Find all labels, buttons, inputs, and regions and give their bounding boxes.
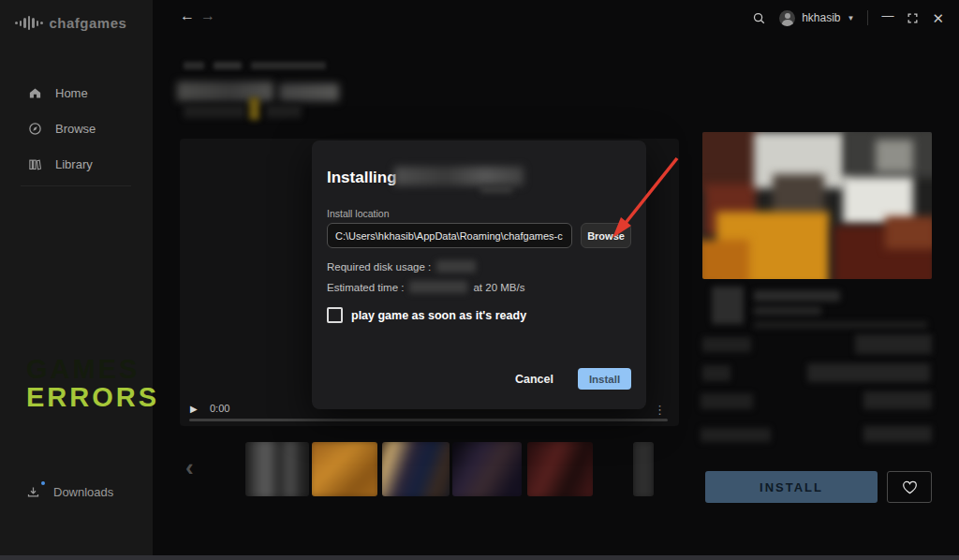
search-icon[interactable] — [752, 11, 766, 25]
compass-icon — [28, 122, 42, 136]
game-cover-image — [702, 132, 932, 279]
estimated-time-row: Estimated time : at 20 MB/s — [327, 281, 524, 293]
redacted-game-name — [394, 167, 524, 185]
redacted-disk-size — [436, 260, 476, 273]
home-icon — [28, 86, 42, 100]
sidebar-item-browse[interactable]: Browse — [0, 114, 153, 142]
video-time-label: 0:00 — [210, 403, 229, 414]
user-avatar — [779, 10, 795, 26]
install-location-label: Install location — [327, 208, 390, 219]
redacted-breadcrumb-block — [214, 62, 242, 69]
checkbox-label: play game as soon as it's ready — [351, 309, 526, 322]
soundwave-logo-icon — [15, 16, 43, 30]
carousel-thumbnail[interactable] — [382, 442, 450, 496]
redacted-text-line — [754, 321, 927, 329]
minimize-button[interactable]: ― — [881, 9, 893, 27]
sidebar-divider — [21, 185, 131, 186]
checkbox-unchecked-icon[interactable] — [327, 307, 343, 323]
carousel-thumbnail-partial[interactable] — [633, 442, 654, 496]
forward-arrow-button[interactable]: → — [200, 7, 215, 24]
library-icon — [28, 157, 42, 171]
app-window: chafgames Home Browse Library GAMES ERRO… — [0, 0, 959, 560]
redacted-field-value — [863, 391, 932, 409]
app-logo: chafgames — [15, 15, 126, 31]
redacted-accent-block — [249, 97, 259, 120]
redacted-breadcrumb-block — [251, 62, 326, 69]
install-dialog: Installing Install location Browse Requi… — [312, 140, 646, 409]
heart-icon — [902, 480, 918, 494]
confirm-install-button[interactable]: Install — [578, 368, 631, 390]
cancel-button[interactable]: Cancel — [515, 373, 553, 386]
install-game-button[interactable]: INSTALL — [705, 471, 878, 503]
redacted-text-line — [754, 290, 840, 302]
redacted-field-value — [855, 334, 932, 354]
browse-button[interactable]: Browse — [581, 223, 631, 248]
required-disk-label: Required disk usage : — [327, 261, 431, 273]
titlebar-right-cluster: hkhasib ▼ ― ✕ — [752, 6, 944, 30]
play-when-ready-option[interactable]: play game as soon as it's ready — [327, 307, 526, 323]
redacted-page-title-block — [279, 83, 339, 101]
sidebar: chafgames Home Browse Library GAMES ERRO… — [0, 0, 153, 555]
video-options-icon[interactable]: ⋮ — [654, 403, 666, 417]
redacted-field-label — [701, 393, 753, 409]
sidebar-item-downloads[interactable]: Downloads — [0, 478, 153, 506]
redacted-field-label — [701, 428, 771, 442]
redacted-breadcrumb-block — [184, 62, 204, 69]
app-logo-text: chafgames — [50, 15, 127, 31]
close-button[interactable]: ✕ — [932, 11, 944, 25]
install-path-input[interactable] — [327, 223, 572, 248]
dialog-title: Installing — [327, 169, 397, 187]
redacted-field-value — [807, 363, 930, 382]
wishlist-button[interactable] — [887, 471, 932, 503]
redacted-field-label — [702, 337, 751, 352]
redacted-game-name-part — [480, 185, 512, 193]
carousel-thumbnail[interactable] — [245, 442, 309, 496]
redacted-subtitle-block — [266, 105, 302, 118]
sidebar-item-library[interactable]: Library — [0, 150, 153, 178]
downloads-notification-dot — [41, 481, 45, 485]
speed-label: at 20 MB/s — [473, 282, 524, 293]
carousel-thumbnail[interactable] — [312, 442, 377, 496]
carousel-thumbnail[interactable] — [452, 442, 522, 496]
redacted-text-line — [754, 306, 821, 316]
sidebar-item-label: Library — [55, 157, 93, 171]
sidebar-item-label: Downloads — [53, 485, 113, 499]
user-menu[interactable]: hkhasib ▼ — [779, 10, 854, 26]
redacted-subtitle-block — [184, 105, 245, 118]
maximize-button[interactable] — [907, 12, 919, 24]
sidebar-item-home[interactable]: Home — [0, 79, 153, 107]
play-icon[interactable]: ▶ — [190, 404, 198, 414]
redacted-publisher-thumb — [712, 287, 744, 324]
chevron-down-icon: ▼ — [848, 14, 855, 22]
sidebar-item-label: Home — [55, 86, 88, 100]
username-label: hkhasib — [802, 11, 840, 24]
redacted-field-label — [702, 365, 730, 381]
redacted-time-value — [409, 281, 467, 293]
download-icon — [26, 485, 40, 499]
watermark-errors: ERRORS — [26, 382, 159, 413]
carousel-thumbnail[interactable] — [527, 442, 593, 496]
sidebar-item-label: Browse — [55, 122, 96, 136]
titlebar-separator — [867, 10, 868, 25]
window-bottom-edge — [0, 555, 959, 560]
back-arrow-button[interactable]: ← — [180, 7, 195, 24]
required-disk-row: Required disk usage : — [327, 260, 476, 273]
carousel-prev-icon[interactable]: ‹ — [185, 453, 194, 482]
dialog-actions: Cancel Install — [515, 368, 631, 390]
redacted-field-value — [863, 426, 932, 442]
watermark-games: GAMES — [26, 354, 140, 385]
estimated-time-label: Estimated time : — [327, 282, 404, 293]
video-progress-bar[interactable] — [189, 419, 668, 421]
